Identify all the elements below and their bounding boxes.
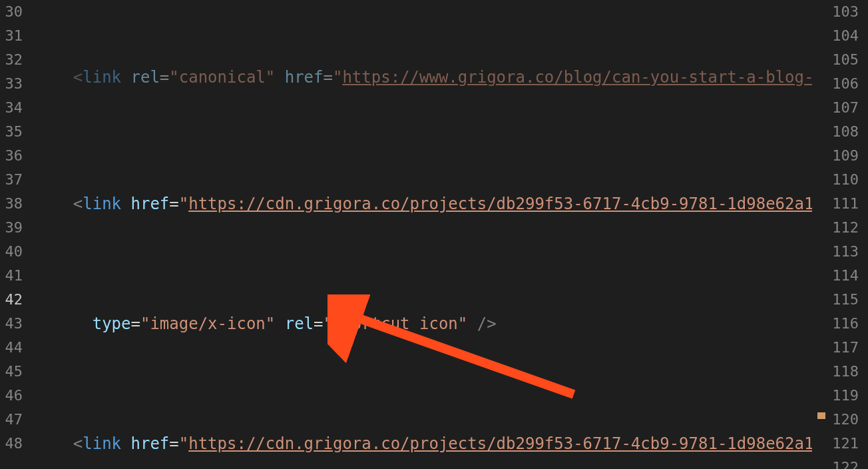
code-line[interactable]: <link href="https://cdn.grigora.co/proje… (35, 192, 812, 216)
line-number: 30 (0, 0, 23, 24)
line-number-current: 42 (0, 288, 23, 312)
line-number: 115 (812, 288, 859, 312)
line-number: 106 (812, 72, 859, 96)
code-content[interactable]: <link rel="canonical" href="https://www.… (35, 0, 812, 469)
line-number: 36 (0, 144, 23, 168)
line-number: 46 (0, 384, 23, 408)
line-number: 103 (812, 0, 859, 24)
line-number: 43 (0, 312, 23, 336)
line-number: 114 (812, 264, 859, 288)
line-number: 118 (812, 360, 859, 384)
line-number: 110 (812, 168, 859, 192)
line-number: 41 (0, 264, 23, 288)
code-line[interactable]: <link rel="canonical" href="https://www.… (35, 65, 812, 89)
line-number: 44 (0, 336, 23, 360)
line-numbers-left: 30 31 32 33 34 35 36 37 38 39 40 41 42 4… (0, 0, 35, 469)
line-number: 38 (0, 192, 23, 216)
url-link[interactable]: https://cdn.grigora.co/projects/db299f53… (188, 195, 812, 213)
line-number: 120 (812, 408, 859, 432)
line-number: 33 (0, 72, 23, 96)
line-number: 32 (0, 48, 23, 72)
url-link[interactable]: https://cdn.grigora.co/projects/db299f53… (188, 434, 812, 453)
line-number: 117 (812, 336, 859, 360)
line-number: 121 (812, 432, 859, 456)
line-number: 112 (812, 216, 859, 240)
line-number: 31 (0, 24, 23, 48)
line-number: 39 (0, 216, 23, 240)
line-number: 37 (0, 168, 23, 192)
line-number: 47 (0, 408, 23, 432)
line-number: 34 (0, 96, 23, 120)
line-number: 105 (812, 48, 859, 72)
code-line[interactable]: <link href="https://cdn.grigora.co/proje… (35, 432, 812, 456)
line-number: 122 (812, 456, 859, 469)
minimap-marker-icon (817, 412, 825, 419)
line-number: 119 (812, 384, 859, 408)
url-link[interactable]: https://www.grigora.co/blog/can-you-star… (342, 68, 812, 87)
line-numbers-right: 103 104 105 106 107 108 109 110 111 112 … (812, 0, 868, 469)
line-number: 113 (812, 240, 859, 264)
line-number: 48 (0, 432, 23, 456)
line-number: 35 (0, 120, 23, 144)
line-number: 111 (812, 192, 859, 216)
line-number: 116 (812, 312, 859, 336)
code-line[interactable]: type="image/x-icon" rel="shortcut icon" … (35, 312, 812, 336)
line-number: 107 (812, 96, 859, 120)
code-editor[interactable]: 30 31 32 33 34 35 36 37 38 39 40 41 42 4… (0, 0, 868, 469)
line-number: 109 (812, 144, 859, 168)
line-number: 40 (0, 240, 23, 264)
line-number: 45 (0, 360, 23, 384)
line-number: 108 (812, 120, 859, 144)
line-number: 104 (812, 24, 859, 48)
